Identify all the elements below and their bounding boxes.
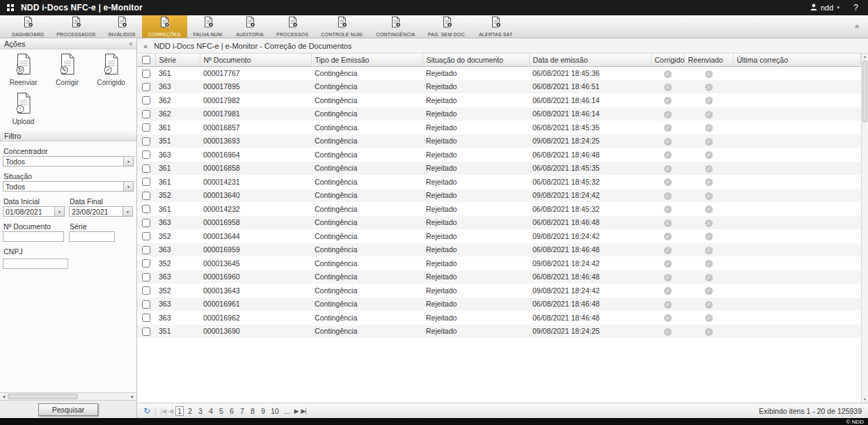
row-checkbox[interactable] xyxy=(142,150,150,159)
row-checkbox[interactable] xyxy=(142,192,150,200)
tab-contingencia[interactable]: CONTINGÊNCIA xyxy=(370,15,421,38)
row-checkbox[interactable] xyxy=(142,83,150,91)
tab-dashboard[interactable]: DASHBOARD xyxy=(6,15,50,38)
col-situacao-do-documento[interactable]: Situação do documento xyxy=(423,54,529,66)
action-corrigir[interactable]: ✎Corrigir xyxy=(45,54,89,86)
row-checkbox[interactable] xyxy=(142,70,150,78)
action-reenviar[interactable]: ↻Reenviar xyxy=(1,54,45,86)
table-row[interactable]: 361000014232ContingênciaRejeitado06/08/2… xyxy=(137,202,861,216)
row-checkbox[interactable] xyxy=(142,232,150,240)
chevron-down-icon[interactable]: ▼ xyxy=(123,207,132,216)
data-final-picker[interactable]: 23/08/2021 ▼ xyxy=(69,206,133,217)
table-row[interactable]: 362000017982ContingênciaRejeitado06/08/2… xyxy=(137,93,861,107)
chevron-down-icon[interactable]: ▼ xyxy=(123,157,133,166)
row-checkbox[interactable] xyxy=(142,259,150,268)
search-button[interactable]: Pesquisar xyxy=(38,403,98,416)
tab-alertas-sat[interactable]: ALERTAS SAT xyxy=(473,15,519,38)
collapse-sidebar-icon[interactable]: « xyxy=(143,42,148,50)
table-row[interactable]: 363000016962ContingênciaRejeitado06/08/2… xyxy=(137,311,861,325)
row-checkbox[interactable] xyxy=(142,273,150,281)
next-page-icon[interactable]: ▶ xyxy=(294,408,298,415)
vertical-scrollbar[interactable]: ▲ ▼ xyxy=(861,54,868,403)
page-2[interactable]: 2 xyxy=(186,407,194,415)
action-upload[interactable]: ↑Upload xyxy=(1,93,45,125)
cnpj-input[interactable] xyxy=(3,258,68,269)
page-9[interactable]: 9 xyxy=(259,407,267,415)
toolbar-collapse-icon[interactable]: « xyxy=(853,24,862,29)
row-checkbox[interactable] xyxy=(142,178,150,186)
col-tipo-de-emissao[interactable]: Tipo de Emissão xyxy=(311,54,423,66)
scroll-left-icon[interactable]: ◀ xyxy=(0,394,8,399)
scrollbar-thumb[interactable] xyxy=(8,394,78,399)
tab-controle-num[interactable]: CONTROLE NUM. xyxy=(315,15,370,38)
scroll-down-icon[interactable]: ▼ xyxy=(863,396,867,403)
tab-invalidos[interactable]: INVÁLIDOS xyxy=(102,15,141,38)
tab-processados[interactable]: PROCESSADOS xyxy=(50,15,102,38)
table-row[interactable]: 352000013643ContingênciaRejeitado09/08/2… xyxy=(137,284,861,298)
row-checkbox[interactable] xyxy=(142,286,150,295)
table-row[interactable]: 361000016858ContingênciaRejeitado06/08/2… xyxy=(137,162,861,176)
col-serie[interactable]: Série xyxy=(155,54,200,66)
table-row[interactable]: 363000016961ContingênciaRejeitado06/08/2… xyxy=(137,298,861,311)
tab-processos[interactable]: PROCESSOS xyxy=(270,15,315,38)
row-checkbox[interactable] xyxy=(142,123,150,132)
chevron-down-icon[interactable]: ▼ xyxy=(123,182,133,191)
user-menu[interactable]: ndd ▼ xyxy=(810,3,840,13)
last-page-icon[interactable]: ▶| xyxy=(301,408,306,415)
concentrador-select[interactable]: Todos ▼ xyxy=(3,156,134,167)
scrollbar-track[interactable] xyxy=(862,60,868,396)
chevron-down-icon[interactable]: ▼ xyxy=(54,207,64,216)
scroll-right-icon[interactable]: ▶ xyxy=(129,394,136,399)
sidebar-horizontal-scrollbar[interactable]: ◀ ▶ xyxy=(0,392,136,400)
col-data-de-emissao[interactable]: Data de emissão xyxy=(529,54,651,66)
table-row[interactable]: 352000013640ContingênciaRejeitado09/08/2… xyxy=(137,189,861,203)
col-ultima-correcao[interactable]: Última correção xyxy=(733,54,861,66)
situacao-select[interactable]: Todos ▼ xyxy=(3,181,134,192)
tab-falha-num[interactable]: FALHA NUM. xyxy=(187,15,230,38)
row-checkbox[interactable] xyxy=(142,110,150,118)
row-checkbox[interactable] xyxy=(142,137,150,146)
page-3[interactable]: 3 xyxy=(196,407,205,415)
page-8[interactable]: 8 xyxy=(248,407,257,415)
table-row[interactable]: 362000017981ContingênciaRejeitado06/08/2… xyxy=(137,107,861,121)
serie-input[interactable] xyxy=(69,231,115,242)
table-row[interactable]: 352000013644ContingênciaRejeitado09/08/2… xyxy=(137,229,861,243)
row-checkbox[interactable] xyxy=(142,300,150,309)
page-7[interactable]: 7 xyxy=(238,407,246,415)
col-reenviado[interactable]: Reenviado xyxy=(684,54,733,66)
page-5[interactable]: 5 xyxy=(217,407,226,415)
page-1[interactable]: 1 xyxy=(175,406,184,416)
refresh-icon[interactable]: ↻ xyxy=(143,406,150,416)
tab-auditoria[interactable]: AUDITORIA xyxy=(230,15,270,38)
select-all-checkbox[interactable] xyxy=(142,56,150,64)
table-row[interactable]: 351000013693ContingênciaRejeitado09/08/2… xyxy=(137,134,861,148)
row-checkbox[interactable] xyxy=(142,219,150,227)
numero-documento-input[interactable] xyxy=(3,231,64,242)
table-row[interactable]: 363000016959ContingênciaRejeitado06/08/2… xyxy=(137,243,861,257)
row-checkbox[interactable] xyxy=(142,164,150,173)
scroll-up-icon[interactable]: ▲ xyxy=(863,54,867,60)
action-corrigido[interactable]: ✓Corrigido xyxy=(89,54,133,86)
scrollbar-thumb[interactable] xyxy=(862,61,867,122)
row-checkbox[interactable] xyxy=(142,327,150,336)
table-row[interactable]: 351000013690ContingênciaRejeitado09/08/2… xyxy=(137,325,861,339)
row-checkbox[interactable] xyxy=(142,96,150,105)
page-10[interactable]: 10 xyxy=(269,407,281,415)
table-row[interactable]: 361000016857ContingênciaRejeitado06/08/2… xyxy=(137,121,861,134)
table-row[interactable]: 363000016960ContingênciaRejeitado06/08/2… xyxy=(137,270,861,284)
app-grid-icon[interactable] xyxy=(7,4,15,12)
help-button[interactable]: ? xyxy=(853,3,858,13)
table-row[interactable]: 361000014231ContingênciaRejeitado06/08/2… xyxy=(137,175,861,189)
row-checkbox[interactable] xyxy=(142,246,150,254)
col-n-documento[interactable]: Nº Documento xyxy=(200,54,311,66)
tab-correcoes[interactable]: CORREÇÕES xyxy=(142,15,187,38)
table-row[interactable]: 363000017895ContingênciaRejeitado06/08/2… xyxy=(137,80,861,94)
row-checkbox[interactable] xyxy=(142,205,150,213)
table-row[interactable]: 363000016958ContingênciaRejeitado06/08/2… xyxy=(137,216,861,230)
table-row[interactable]: 352000013645ContingênciaRejeitado09/08/2… xyxy=(137,256,861,270)
scrollbar-track[interactable] xyxy=(8,393,129,400)
col-corrigido[interactable]: Corrigido xyxy=(651,54,684,66)
page-6[interactable]: 6 xyxy=(228,407,236,415)
tab-pag-sem-doc[interactable]: PAG. SEM DOC. xyxy=(422,15,473,38)
row-checkbox[interactable] xyxy=(142,314,150,322)
